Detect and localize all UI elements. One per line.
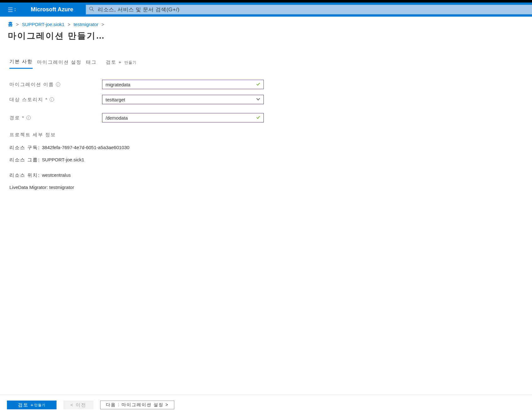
- tab-review[interactable]: 검토 + 만들기: [106, 59, 137, 68]
- section-project-details: 프로젝트 세부 정보: [9, 132, 523, 138]
- input-value: /demodata: [106, 115, 128, 121]
- info-icon[interactable]: i: [26, 116, 31, 120]
- detail-rg-value: SUPPORT-joe.sick1: [42, 157, 84, 162]
- search-box[interactable]: [86, 5, 532, 14]
- svg-point-3: [15, 8, 15, 9]
- chevron-down-icon: [256, 97, 260, 102]
- detail-sub-label: 리소스 구독:: [9, 145, 40, 150]
- breadcrumb: 홈 > SUPPORT-joe.siok1 > testmigrator >: [8, 21, 524, 28]
- input-migration-name[interactable]: migratedata: [102, 80, 264, 89]
- detail-loc-value: westcentralus: [42, 172, 71, 178]
- brand-title: Microsoft Azure: [31, 6, 73, 13]
- select-storage[interactable]: testtarget: [102, 95, 264, 104]
- breadcrumb-sep: >: [68, 22, 70, 27]
- page-head: 홈 > SUPPORT-joe.siok1 > testmigrator > 마…: [0, 17, 532, 41]
- breadcrumb-sep: >: [16, 22, 19, 27]
- search-container: [86, 5, 532, 14]
- detail-rg: 리소스 그룹: SUPPORT-joe.sick1: [9, 157, 523, 163]
- label-storage-text: 대상 스토리지 *: [9, 97, 48, 103]
- check-icon: [256, 82, 260, 87]
- detail-loc: 리소스 위치: westcentralus: [9, 172, 523, 178]
- tab-review-sub-label: 만들기: [124, 60, 137, 65]
- breadcrumb-home[interactable]: 홈: [8, 21, 13, 28]
- detail-sub-value: 3842fefa-7697-4e7d-6051-a5a3ae601030: [42, 145, 130, 150]
- label-path-text: 경로 *: [9, 115, 24, 121]
- tab-basics[interactable]: 기본 사항: [9, 59, 33, 69]
- input-path[interactable]: /demodata: [102, 113, 264, 122]
- row-storage: 대상 스토리지 * i testtarget: [9, 95, 523, 104]
- page-title: 마이그레이션 만들기…: [8, 30, 524, 41]
- breadcrumb-item[interactable]: SUPPORT-joe.siok1: [22, 22, 65, 27]
- hamburger-menu-button[interactable]: [6, 6, 18, 14]
- row-path: 경로 * i /demodata: [9, 113, 523, 122]
- svg-point-5: [90, 7, 93, 10]
- tab-review-main-label: 검토 +: [106, 59, 122, 65]
- detail-rg-label: 리소스 그룹:: [9, 157, 40, 162]
- window-topbar: [0, 0, 532, 3]
- label-name: 마이그레이션 이름 i: [9, 82, 102, 88]
- label-path: 경로 * i: [9, 115, 102, 121]
- detail-loc-label: 리소스 위치:: [9, 172, 40, 178]
- select-value: testtarget: [106, 97, 125, 102]
- tab-tags[interactable]: 태그: [86, 59, 97, 68]
- label-storage: 대상 스토리지 * i: [9, 97, 102, 103]
- breadcrumb-sep: >: [101, 22, 104, 27]
- detail-migrator: LiveData Migrator: testmigrator: [9, 185, 523, 190]
- info-icon[interactable]: i: [50, 97, 54, 102]
- info-icon[interactable]: i: [56, 82, 60, 87]
- svg-line-6: [92, 10, 94, 11]
- row-migration-name: 마이그레이션 이름 i migratedata: [9, 80, 523, 89]
- input-value: migratedata: [106, 82, 130, 87]
- svg-point-4: [15, 10, 15, 11]
- check-icon: [256, 115, 260, 121]
- tabs: 기본 사항 마이그레이션 설정 태그 검토 + 만들기: [9, 59, 523, 69]
- header: Microsoft Azure: [0, 3, 532, 17]
- search-icon: [89, 7, 94, 13]
- form-area: 기본 사항 마이그레이션 설정 태그 검토 + 만들기 마이그레이션 이름 i …: [0, 41, 532, 190]
- tab-settings[interactable]: 마이그레이션 설정: [37, 59, 82, 68]
- breadcrumb-item[interactable]: testmigrator: [73, 22, 98, 27]
- label-name-text: 마이그레이션 이름: [9, 82, 54, 88]
- detail-subscription: 리소스 구독: 3842fefa-7697-4e7d-6051-a5a3ae60…: [9, 145, 523, 151]
- search-input[interactable]: [98, 7, 532, 13]
